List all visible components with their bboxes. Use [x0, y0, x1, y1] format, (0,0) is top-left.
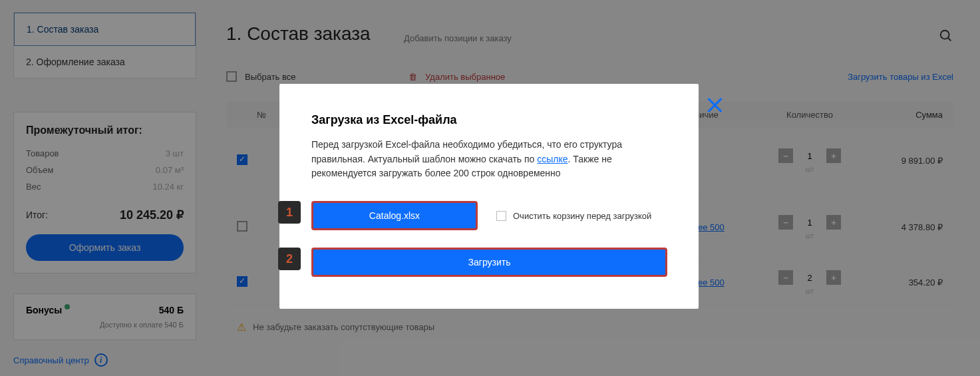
close-button[interactable]: [705, 96, 724, 114]
modal-description: Перед загрузкой Excel-файла необходимо у…: [311, 138, 667, 181]
annotation-badge-2: 2: [278, 248, 301, 270]
file-select-button[interactable]: Catalog.xlsx: [311, 201, 478, 230]
template-link[interactable]: ссылке: [537, 154, 568, 164]
upload-button[interactable]: Загрузить: [311, 248, 667, 277]
clear-cart-option[interactable]: Очистить корзину перед загрузкой: [496, 211, 651, 221]
annotation-badge-1: 1: [278, 201, 301, 224]
clear-cart-checkbox[interactable]: [496, 211, 506, 221]
modal-title: Загрузка из Excel-файла: [311, 113, 667, 127]
clear-cart-label: Очистить корзину перед загрузкой: [513, 211, 651, 221]
excel-upload-modal: Загрузка из Excel-файла Перед загрузкой …: [279, 84, 699, 309]
